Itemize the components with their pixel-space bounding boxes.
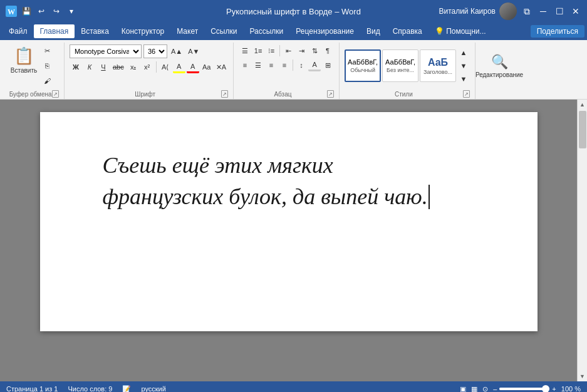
styles-content: АаБбВвГ, Обычный АаБбВвГ, Без инте... Аа… bbox=[345, 43, 470, 89]
zoom-thumb[interactable] bbox=[542, 385, 549, 392]
font-color-button[interactable]: A bbox=[187, 61, 199, 73]
line-spacing-button[interactable]: ↕ bbox=[295, 59, 308, 71]
document-text[interactable]: Съешь ещё этих мягких французских булок,… bbox=[103, 150, 487, 213]
align-left-button[interactable]: ≡ bbox=[239, 59, 251, 71]
multilevel-list-button[interactable]: ⁝≡ bbox=[265, 44, 278, 57]
document-page[interactable]: Съешь ещё этих мягких французских булок,… bbox=[40, 112, 538, 331]
style-normal[interactable]: АаБбВвГ, Обычный bbox=[345, 49, 381, 82]
menu-mailings[interactable]: Рассылки bbox=[243, 24, 289, 38]
vertical-scrollbar[interactable]: ▲ ▼ bbox=[577, 100, 587, 381]
bullets-button[interactable]: ☰ bbox=[239, 44, 251, 57]
zoom-slider[interactable]: – + bbox=[493, 385, 556, 392]
superscript-button[interactable]: x² bbox=[141, 61, 153, 73]
text-effects-button[interactable]: A⟨ bbox=[159, 61, 172, 73]
align-right-button[interactable]: ≡ bbox=[265, 59, 278, 71]
spell-check-icon[interactable]: 📝 bbox=[122, 385, 131, 393]
ribbon: 📋 Вставить ✂ ⎘ 🖌 Буфер обмена ↗ Monotype… bbox=[0, 40, 587, 100]
scroll-down-arrow[interactable]: ▼ bbox=[578, 371, 588, 381]
scrollbar-track[interactable] bbox=[578, 110, 588, 371]
show-marks-button[interactable]: ¶ bbox=[321, 44, 334, 57]
increase-indent-button[interactable]: ⇥ bbox=[295, 44, 308, 57]
bold-button[interactable]: Ж bbox=[70, 61, 82, 73]
align-center-button[interactable]: ☰ bbox=[252, 59, 264, 71]
format-painter-button[interactable]: 🖌 bbox=[40, 74, 54, 88]
text-highlight-button[interactable]: A bbox=[173, 61, 185, 73]
paragraph-group: ☰ 1≡ ⁝≡ ⇤ ⇥ ⇅ ¶ ≡ ☰ ≡ ≡ ↕ A ⊞ Абзац bbox=[234, 43, 340, 99]
text-line2: французских булок, да выпей чаю. bbox=[103, 181, 487, 212]
style-no-spacing-preview: АаБбВвГ, bbox=[385, 58, 415, 66]
italic-button[interactable]: К bbox=[83, 61, 96, 73]
save-qat-button[interactable]: 💾 bbox=[20, 5, 33, 18]
styles-group: АаБбВвГ, Обычный АаБбВвГ, Без инте... Аа… bbox=[340, 43, 475, 99]
shading-button[interactable]: A bbox=[308, 59, 321, 71]
justify-button[interactable]: ≡ bbox=[278, 59, 291, 71]
qat-dropdown-button[interactable]: ▾ bbox=[65, 5, 78, 18]
numbered-list-button[interactable]: 1≡ bbox=[252, 44, 264, 57]
share-button[interactable]: Поделиться bbox=[531, 25, 584, 38]
underline-button[interactable]: Ч bbox=[97, 61, 110, 73]
editing-group: 🔍 Редактирование bbox=[475, 43, 526, 99]
font-family-select[interactable]: Monotype Corsiva bbox=[70, 44, 142, 58]
menu-view[interactable]: Вид bbox=[360, 24, 387, 38]
paste-label: Вставить bbox=[11, 67, 37, 74]
styles-scroll-down[interactable]: ▼ bbox=[457, 59, 470, 72]
paste-button[interactable]: 📋 Вставить bbox=[9, 44, 39, 76]
focus-icon[interactable]: ⊙ bbox=[482, 385, 488, 393]
close-button[interactable]: ✕ bbox=[569, 5, 582, 18]
para-footer: Абзац ↗ bbox=[239, 89, 334, 99]
subscript-button[interactable]: x₂ bbox=[127, 61, 140, 73]
font-group-content: Monotype Corsiva 36 A▲ A▼ Ж К Ч abc x₂ x… bbox=[70, 43, 228, 89]
borders-button[interactable]: ⊞ bbox=[321, 59, 334, 71]
zoom-track[interactable] bbox=[499, 388, 549, 390]
style-heading1[interactable]: АаБ Заголово... bbox=[420, 49, 456, 82]
zoom-percent[interactable]: 100 % bbox=[561, 385, 581, 392]
menu-file[interactable]: Файл bbox=[3, 24, 34, 38]
zoom-out-button[interactable]: – bbox=[493, 385, 497, 392]
zoom-in-button[interactable]: + bbox=[552, 385, 556, 392]
menu-insert[interactable]: Вставка bbox=[75, 24, 115, 38]
strikethrough-button[interactable]: abc bbox=[111, 61, 126, 73]
decrease-indent-button[interactable]: ⇤ bbox=[282, 44, 294, 57]
clipboard-footer: Буфер обмена ↗ bbox=[9, 89, 59, 99]
decrease-font-button[interactable]: A▼ bbox=[186, 45, 201, 58]
user-account[interactable]: Виталий Каиров bbox=[439, 3, 517, 20]
increase-font-button[interactable]: A▲ bbox=[169, 45, 184, 58]
restore-window-button[interactable]: ⧉ bbox=[521, 5, 533, 18]
change-case-button[interactable]: Aa bbox=[200, 61, 213, 73]
para-dialog-button[interactable]: ↗ bbox=[327, 90, 334, 98]
menu-design[interactable]: Конструктор bbox=[115, 24, 170, 38]
clear-format-button[interactable]: ✕A bbox=[214, 61, 228, 73]
font-name-row: Monotype Corsiva 36 A▲ A▼ bbox=[70, 44, 201, 58]
scrollbar-thumb[interactable] bbox=[579, 111, 586, 148]
menu-review[interactable]: Рецензирование bbox=[289, 24, 360, 38]
style-heading1-preview: АаБ bbox=[428, 56, 448, 68]
style-no-spacing-label: Без инте... bbox=[387, 67, 414, 73]
document-scroll[interactable]: Съешь ещё этих мягких французских булок,… bbox=[0, 100, 577, 381]
minimize-button[interactable]: ─ bbox=[537, 5, 549, 18]
layout-icon2[interactable]: ▦ bbox=[471, 385, 477, 393]
scroll-up-arrow[interactable]: ▲ bbox=[578, 100, 588, 110]
menu-home[interactable]: Главная bbox=[34, 24, 75, 38]
styles-more-button[interactable]: ▼ bbox=[457, 73, 470, 85]
copy-button[interactable]: ⎘ bbox=[40, 59, 54, 73]
sort-button[interactable]: ⇅ bbox=[308, 44, 321, 57]
clipboard-small-buttons: ✂ ⎘ 🖌 bbox=[40, 44, 54, 88]
maximize-button[interactable]: ☐ bbox=[553, 5, 566, 18]
undo-qat-button[interactable]: ↩ bbox=[35, 5, 48, 18]
align-row: ≡ ☰ ≡ ≡ ↕ A ⊞ bbox=[239, 59, 334, 71]
styles-dialog-button[interactable]: ↗ bbox=[463, 90, 470, 98]
redo-qat-button[interactable]: ↪ bbox=[50, 5, 63, 18]
cut-button[interactable]: ✂ bbox=[40, 44, 54, 58]
font-dialog-button[interactable]: ↗ bbox=[221, 90, 229, 98]
style-no-spacing[interactable]: АаБбВвГ, Без инте... bbox=[382, 49, 418, 82]
word-logo-icon: W bbox=[5, 5, 18, 18]
styles-scroll-up[interactable]: ▲ bbox=[457, 46, 470, 59]
clipboard-dialog-button[interactable]: ↗ bbox=[52, 90, 59, 98]
menu-assistant[interactable]: 💡 Помощни... bbox=[429, 24, 492, 38]
menu-references[interactable]: Ссылки bbox=[204, 24, 243, 38]
menu-layout[interactable]: Макет bbox=[170, 24, 204, 38]
menu-help[interactable]: Справка bbox=[387, 24, 429, 38]
editing-button[interactable]: 🔍 Редактирование bbox=[481, 49, 518, 82]
font-size-select[interactable]: 36 bbox=[143, 44, 167, 58]
layout-icon1[interactable]: ▣ bbox=[460, 385, 466, 393]
